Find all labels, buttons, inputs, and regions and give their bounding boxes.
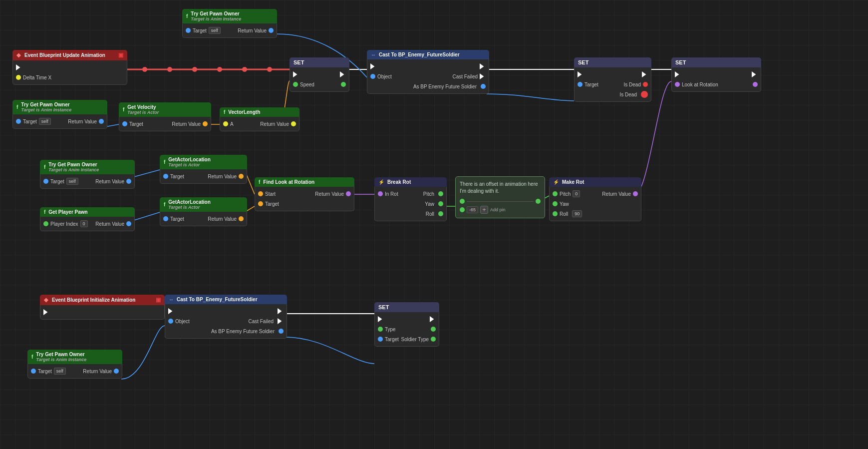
get-velocity-title: Get Velocity bbox=[127, 104, 159, 110]
break-rot-node: ⚡ Break Rot In Rot Pitch Yaw Roll bbox=[374, 177, 447, 221]
exec-out-pin bbox=[16, 64, 22, 70]
try-get-pawn-left-node: f Try Get Pawn Owner Target is Anim Inst… bbox=[12, 100, 107, 129]
vector-length-node: f VectorLength A Return Value bbox=[220, 107, 299, 131]
try-get-pawn-top-title: Try Get Pawn Owner bbox=[191, 11, 241, 16]
delta-time-pin bbox=[16, 75, 21, 80]
try-get-pawn-bot-node: f Try Get Pawn Owner Target is Anim Inst… bbox=[27, 350, 122, 379]
get-actor-loc-1-node: f GetActorLocation Target is Actor Targe… bbox=[160, 155, 247, 184]
svg-point-5 bbox=[267, 67, 272, 72]
event-update-animation-node: ◆ Event Blueprint Update Animation ▣ Del… bbox=[12, 50, 127, 85]
svg-point-4 bbox=[242, 67, 247, 72]
svg-point-1 bbox=[167, 67, 172, 72]
cast-enemy-bot-node: ↔ Cast To BP_Enemy_FutureSoldier Object … bbox=[165, 295, 287, 339]
set-speed-node: SET Speed bbox=[289, 57, 349, 92]
blueprint-canvas[interactable]: ◆ Event Blueprint Update Animation ▣ Del… bbox=[0, 0, 868, 449]
cast-enemy-top-node: ↔ Cast To BP_Enemy_FutureSoldier Object … bbox=[367, 50, 489, 94]
get-player-pawn-node: f Get Player Pawn Player Index 0 Return … bbox=[40, 207, 135, 231]
event-update-title: Event Blueprint Update Animation bbox=[24, 52, 105, 58]
make-rot-node: ⚡ Make Rot Pitch 0 Return Value Yaw bbox=[549, 177, 641, 221]
try-get-pawn-left-title: Try Get Pawn Owner bbox=[21, 102, 71, 107]
set-look-rot-node: SET Look at Rotation bbox=[671, 57, 761, 92]
event-init-node: ◆ Event Blueprint Initialize Animation ▣ bbox=[40, 295, 165, 320]
get-velocity-node: f Get Velocity Target is Actor Target Re… bbox=[119, 102, 211, 131]
return-val-pin bbox=[269, 28, 274, 33]
try-get-pawn-top-node: f Try Get Pawn Owner Target is Anim Inst… bbox=[182, 9, 277, 38]
find-look-rot-node: f Find Look at Rotation Start Return Val… bbox=[255, 177, 354, 211]
cast-enemy-top-title: Cast To BP_Enemy_FutureSoldier bbox=[379, 52, 460, 57]
svg-point-2 bbox=[192, 67, 197, 72]
comment-text: There is an offset in animation here I'm… bbox=[460, 181, 541, 195]
event-init-title: Event Blueprint Initialize Animation bbox=[52, 297, 135, 303]
try-get-pawn-top-subtitle: Target is Anim Instance bbox=[191, 16, 241, 21]
set-type-node: SET Type Target Soldie bbox=[374, 302, 439, 347]
vector-length-title: VectorLength bbox=[228, 109, 260, 115]
svg-point-3 bbox=[217, 67, 222, 72]
svg-point-0 bbox=[142, 67, 147, 72]
get-velocity-subtitle: Target is Actor bbox=[127, 110, 159, 115]
get-actor-loc-2-node: f GetActorLocation Target is Actor Targe… bbox=[160, 197, 247, 226]
try-get-pawn-left-subtitle: Target is Anim Instance bbox=[21, 107, 71, 112]
try-get-pawn-mid-node: f Try Get Pawn Owner Target is Anim Inst… bbox=[40, 160, 135, 189]
comment-offset-node: There is an offset in animation here I'm… bbox=[455, 176, 545, 218]
target-in bbox=[16, 119, 21, 124]
return-out bbox=[99, 119, 104, 124]
set-is-dead-node: SET Target Is Dead Is Dead bbox=[574, 57, 651, 102]
cast-enemy-bot-title: Cast To BP_Enemy_FutureSoldier bbox=[177, 297, 258, 302]
target-pin-in bbox=[186, 28, 191, 33]
